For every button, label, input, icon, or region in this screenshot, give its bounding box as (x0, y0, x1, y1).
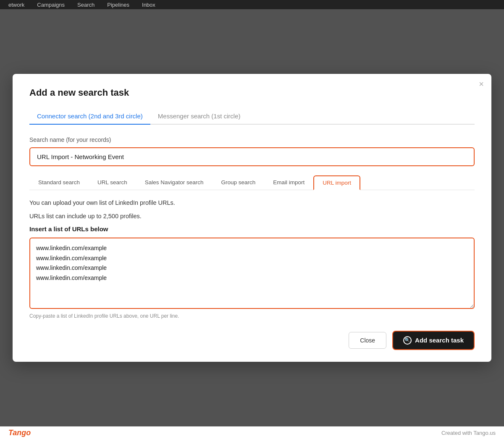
search-type-tabs: Standard search URL search Sales Navigat… (29, 175, 475, 190)
tab-standard-search[interactable]: Standard search (29, 175, 89, 190)
top-nav: etwork Campaigns Search Pipelines Inbox (0, 0, 504, 9)
tab-group-search[interactable]: Group search (212, 175, 264, 190)
main-tabs: Connector search (2nd and 3rd circle) Me… (29, 108, 475, 125)
close-button[interactable]: Close (349, 332, 386, 349)
tab-url-import[interactable]: URL import (313, 175, 360, 190)
tab-email-import[interactable]: Email import (264, 175, 313, 190)
modal-close-button[interactable]: × (479, 80, 484, 88)
search-icon: 🔍 (403, 336, 412, 345)
nav-item-campaigns[interactable]: Campaigns (37, 2, 65, 8)
nav-item-inbox[interactable]: Inbox (142, 2, 155, 8)
tab-sales-navigator-search[interactable]: Sales Navigator search (136, 175, 213, 190)
modal-overlay: × Add a new search task Connector search… (0, 9, 504, 426)
textarea-hint: Copy-paste a list of LinkedIn profile UR… (29, 313, 475, 319)
modal-container: × Add a new search task Connector search… (13, 74, 491, 362)
nav-item-network[interactable]: etwork (8, 2, 24, 8)
tango-logo: Tango (8, 429, 31, 437)
url-textarea[interactable] (29, 238, 475, 309)
add-search-task-label: Add search task (415, 337, 464, 344)
tab-connector-search[interactable]: Connector search (2nd and 3rd circle) (29, 108, 150, 125)
tab-messenger-search[interactable]: Messenger search (1st circle) (150, 108, 248, 125)
description-line1: You can upload your own list of LinkedIn… (29, 199, 475, 208)
search-name-input[interactable] (29, 147, 475, 166)
insert-urls-label: Insert a list of URLs below (29, 225, 475, 233)
description-line2: URLs list can include up to 2,500 profil… (29, 212, 475, 221)
nav-item-search[interactable]: Search (77, 2, 94, 8)
modal-title: Add a new search task (29, 87, 475, 98)
bottom-bar: Tango Created with Tango.us (0, 426, 504, 439)
tab-url-search[interactable]: URL search (89, 175, 136, 190)
tango-credit: Created with Tango.us (441, 430, 496, 436)
search-name-label: Search name (for your records) (29, 136, 475, 143)
modal-footer: Close 🔍 Add search task (29, 331, 475, 350)
nav-item-pipelines[interactable]: Pipelines (107, 2, 129, 8)
add-search-task-button[interactable]: 🔍 Add search task (392, 331, 475, 350)
